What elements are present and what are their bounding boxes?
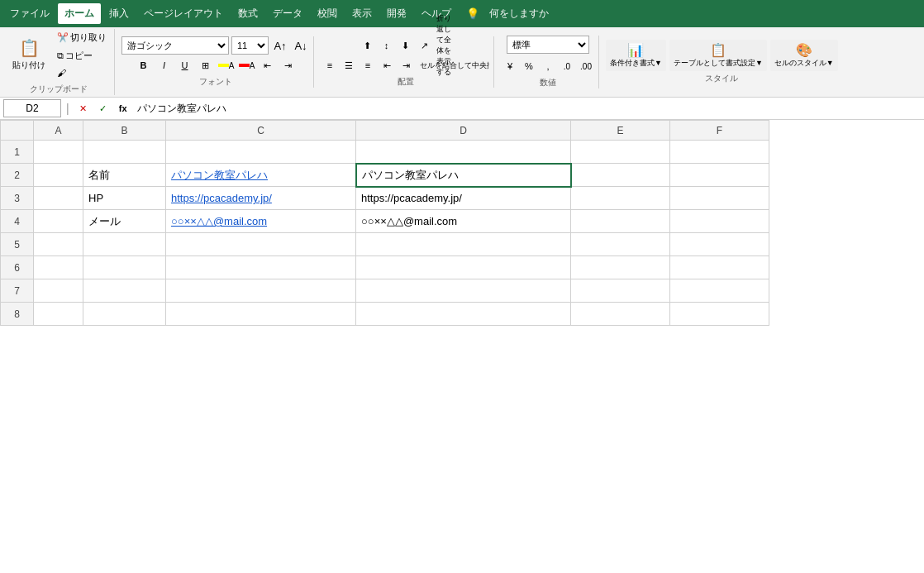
cell-a4[interactable]	[34, 210, 83, 233]
cancel-formula-button[interactable]: ✕	[74, 99, 93, 117]
menu-data[interactable]: データ	[266, 3, 309, 24]
comma-button[interactable]: ,	[539, 57, 557, 75]
menu-review[interactable]: 校閲	[311, 3, 344, 24]
cell-c5[interactable]	[166, 233, 356, 256]
cell-b1[interactable]	[83, 141, 166, 164]
cell-c3[interactable]: https://pcacademy.jp/	[166, 187, 356, 210]
cell-e6[interactable]	[571, 256, 670, 279]
cell-c4[interactable]: ○○××△△@mail.com	[166, 210, 356, 233]
cell-e3[interactable]	[571, 187, 670, 210]
indent-increase-button[interactable]: ⇥	[279, 56, 298, 74]
cell-b7[interactable]	[83, 279, 166, 303]
cell-d5[interactable]	[356, 233, 571, 256]
cell-f5[interactable]	[670, 233, 769, 256]
menu-view[interactable]: 表示	[345, 3, 379, 24]
col-header-a[interactable]: A	[34, 121, 83, 141]
cell-e1[interactable]	[571, 141, 670, 164]
paste-button[interactable]: 📋 貼り付け	[7, 36, 51, 74]
cut-button[interactable]: ✂️ 切り取り	[53, 29, 111, 46]
cell-f7[interactable]	[670, 279, 769, 303]
inc-dec-button[interactable]: .00	[577, 57, 595, 75]
cell-d2[interactable]: パソコン教室パレハ	[356, 164, 571, 187]
conditional-format-button[interactable]: 📊 条件付き書式▼	[606, 40, 666, 71]
decrease-indent-button[interactable]: ⇤	[378, 56, 396, 74]
cell-e2[interactable]	[571, 164, 670, 187]
align-right-button[interactable]: ≡	[359, 56, 377, 74]
cell-reference-input[interactable]	[3, 99, 61, 117]
cell-f8[interactable]	[670, 303, 769, 326]
table-format-button[interactable]: 📋 テーブルとして書式設定▼	[669, 40, 767, 71]
fill-color-button[interactable]: A	[217, 56, 236, 74]
cell-c8[interactable]	[166, 303, 356, 326]
percent-button[interactable]: %	[520, 57, 538, 75]
cell-b4[interactable]: メール	[83, 210, 166, 233]
cell-e4[interactable]	[571, 210, 670, 233]
row-header-8[interactable]: 8	[1, 303, 34, 326]
col-header-b[interactable]: B	[83, 121, 166, 141]
row-header-4[interactable]: 4	[1, 210, 34, 233]
indent-decrease-button[interactable]: ⇤	[259, 56, 277, 74]
cell-d6[interactable]	[356, 256, 571, 279]
number-format-select[interactable]: 標準	[507, 36, 589, 54]
menu-search[interactable]: 何をしますか	[483, 3, 555, 24]
cell-a6[interactable]	[34, 256, 83, 279]
cell-c6[interactable]	[166, 256, 356, 279]
confirm-formula-button[interactable]: ✓	[94, 99, 112, 117]
cell-a3[interactable]	[34, 187, 83, 210]
cell-e8[interactable]	[571, 303, 670, 326]
cell-c7[interactable]	[166, 279, 356, 303]
cell-d8[interactable]	[356, 303, 571, 326]
cell-f6[interactable]	[670, 256, 769, 279]
cell-e5[interactable]	[571, 233, 670, 256]
cell-a5[interactable]	[34, 233, 83, 256]
cell-c2[interactable]: パソコン教室パレハ	[166, 164, 356, 187]
cell-d1[interactable]	[356, 141, 571, 164]
row-header-1[interactable]: 1	[1, 141, 34, 164]
col-header-d[interactable]: D	[356, 121, 571, 141]
cell-style-button[interactable]: 🎨 セルのスタイル▼	[770, 40, 838, 71]
insert-function-button[interactable]: fx	[114, 99, 132, 117]
row-header-6[interactable]: 6	[1, 256, 34, 279]
align-bottom-button[interactable]: ⬇	[397, 36, 415, 55]
menu-dev[interactable]: 開発	[380, 3, 413, 24]
cell-b3[interactable]: HP	[83, 187, 166, 210]
cell-d3[interactable]: https://pcacademy.jp/	[356, 187, 571, 210]
currency-button[interactable]: ¥	[501, 57, 519, 75]
bold-button[interactable]: B	[135, 56, 153, 74]
cell-a8[interactable]	[34, 303, 83, 326]
menu-home[interactable]: ホーム	[58, 3, 101, 24]
border-button[interactable]: ⊞	[197, 56, 215, 74]
font-family-select[interactable]: 游ゴシック	[121, 36, 229, 55]
increase-indent-button[interactable]: ⇥	[397, 56, 415, 74]
menu-insert[interactable]: 挿入	[102, 3, 136, 24]
cell-a7[interactable]	[34, 279, 83, 303]
cell-a2[interactable]	[34, 164, 83, 187]
menu-file[interactable]: ファイル	[3, 3, 56, 24]
font-color-button[interactable]: A	[238, 56, 256, 74]
font-size-select[interactable]: 11	[231, 36, 269, 55]
font-decrease-button[interactable]: A↓	[292, 36, 310, 55]
cell-f2[interactable]	[670, 164, 769, 187]
italic-button[interactable]: I	[155, 56, 174, 74]
row-header-7[interactable]: 7	[1, 279, 34, 303]
wrap-text-button[interactable]: 折り返して全体を表示する	[435, 36, 453, 55]
cell-d4[interactable]: ○○××△△@mail.com	[356, 210, 571, 233]
cell-b5[interactable]	[83, 233, 166, 256]
menu-formula[interactable]: 数式	[231, 3, 264, 24]
text-angle-button[interactable]: ↗	[416, 36, 434, 55]
cell-c1[interactable]	[166, 141, 356, 164]
col-header-f[interactable]: F	[670, 121, 769, 141]
col-header-e[interactable]: E	[571, 121, 670, 141]
formula-input[interactable]	[136, 101, 921, 116]
cell-a1[interactable]	[34, 141, 83, 164]
align-center-button[interactable]: ☰	[340, 56, 358, 74]
copy-button[interactable]: ⧉ コピー	[53, 47, 111, 64]
align-top-button[interactable]: ⬆	[359, 36, 377, 55]
align-middle-button[interactable]: ↕	[378, 36, 396, 55]
format-paste-button[interactable]: 🖌	[53, 65, 111, 80]
cell-d7[interactable]	[356, 279, 571, 303]
col-header-c[interactable]: C	[166, 121, 356, 141]
dec-dec-button[interactable]: .0	[558, 57, 576, 75]
underline-button[interactable]: U	[176, 56, 194, 74]
menu-page-layout[interactable]: ページレイアウト	[137, 3, 230, 24]
